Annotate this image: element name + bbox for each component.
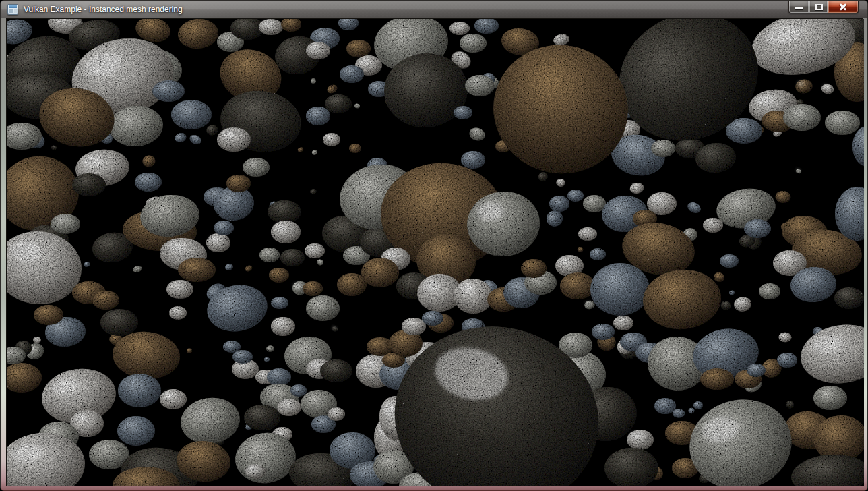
rock bbox=[592, 324, 615, 340]
rock bbox=[813, 386, 847, 410]
rock bbox=[271, 297, 288, 309]
rock bbox=[759, 283, 780, 299]
rock bbox=[269, 268, 289, 283]
application-icon bbox=[7, 4, 18, 15]
minimize-button[interactable] bbox=[788, 1, 809, 13]
close-icon bbox=[838, 2, 848, 11]
rock bbox=[654, 398, 676, 414]
rock bbox=[454, 106, 472, 119]
rock bbox=[578, 227, 597, 241]
rock bbox=[346, 40, 371, 57]
rock bbox=[834, 287, 864, 309]
rock bbox=[825, 111, 860, 135]
rock bbox=[51, 214, 80, 234]
rock bbox=[277, 399, 301, 416]
rock bbox=[243, 158, 270, 177]
rock bbox=[549, 196, 569, 212]
rock bbox=[349, 144, 361, 153]
rock bbox=[328, 407, 345, 421]
rock bbox=[461, 151, 485, 169]
rock bbox=[226, 175, 251, 192]
rock bbox=[117, 416, 155, 446]
rock bbox=[34, 305, 63, 325]
rock bbox=[171, 100, 212, 129]
rock bbox=[450, 22, 470, 35]
rock bbox=[320, 359, 352, 382]
minimize-icon bbox=[795, 7, 803, 9]
rock bbox=[521, 259, 547, 278]
rock bbox=[214, 221, 234, 235]
window-title: Vulkan Example - Instanced mesh renderin… bbox=[24, 5, 183, 14]
rock bbox=[268, 200, 301, 223]
rock bbox=[361, 258, 399, 287]
titlebar[interactable]: Vulkan Example - Instanced mesh renderin… bbox=[1, 1, 867, 18]
rock bbox=[160, 389, 187, 409]
rock-field-scene bbox=[7, 19, 864, 486]
rock bbox=[305, 243, 325, 258]
rock bbox=[306, 295, 340, 321]
rock bbox=[590, 263, 650, 316]
rock bbox=[422, 311, 443, 326]
rock bbox=[700, 368, 734, 390]
rock bbox=[777, 353, 797, 368]
rock bbox=[306, 107, 330, 125]
rock bbox=[72, 173, 106, 196]
rock bbox=[747, 364, 766, 377]
rock bbox=[567, 190, 584, 202]
rock bbox=[583, 195, 606, 212]
rock bbox=[303, 281, 323, 296]
maximize-icon bbox=[815, 4, 823, 10]
rock bbox=[280, 249, 305, 266]
rock bbox=[166, 280, 193, 299]
rock bbox=[217, 127, 251, 152]
render-viewport[interactable] bbox=[6, 18, 863, 486]
rock bbox=[271, 317, 295, 336]
rock bbox=[169, 306, 187, 320]
rock bbox=[259, 19, 283, 35]
rock bbox=[259, 248, 280, 262]
rock bbox=[152, 80, 185, 102]
rock bbox=[744, 219, 771, 238]
rock bbox=[178, 258, 216, 282]
rock bbox=[323, 133, 340, 146]
rock bbox=[627, 430, 654, 450]
rock bbox=[271, 221, 301, 243]
rock bbox=[244, 405, 280, 430]
rock bbox=[783, 104, 821, 131]
rock bbox=[720, 254, 739, 268]
rock bbox=[465, 75, 495, 96]
rock bbox=[340, 65, 364, 83]
rock bbox=[460, 34, 487, 53]
rock bbox=[651, 140, 675, 157]
rock bbox=[135, 173, 162, 192]
rock bbox=[290, 384, 307, 397]
caption-buttons bbox=[788, 1, 859, 13]
rock bbox=[206, 233, 230, 252]
rock bbox=[232, 350, 253, 364]
rock bbox=[703, 218, 723, 233]
rock bbox=[267, 368, 291, 386]
app-window: Vulkan Example - Instanced mesh renderin… bbox=[0, 0, 868, 491]
rock bbox=[118, 374, 161, 407]
maximize-button[interactable] bbox=[809, 1, 828, 13]
rock bbox=[325, 94, 352, 113]
rock bbox=[306, 42, 330, 59]
rock bbox=[92, 291, 119, 310]
rock bbox=[613, 316, 633, 330]
close-button[interactable] bbox=[828, 1, 859, 13]
rock bbox=[590, 248, 606, 260]
rock bbox=[560, 272, 595, 299]
rock bbox=[693, 401, 703, 409]
rock bbox=[100, 309, 138, 336]
rock bbox=[245, 464, 266, 479]
